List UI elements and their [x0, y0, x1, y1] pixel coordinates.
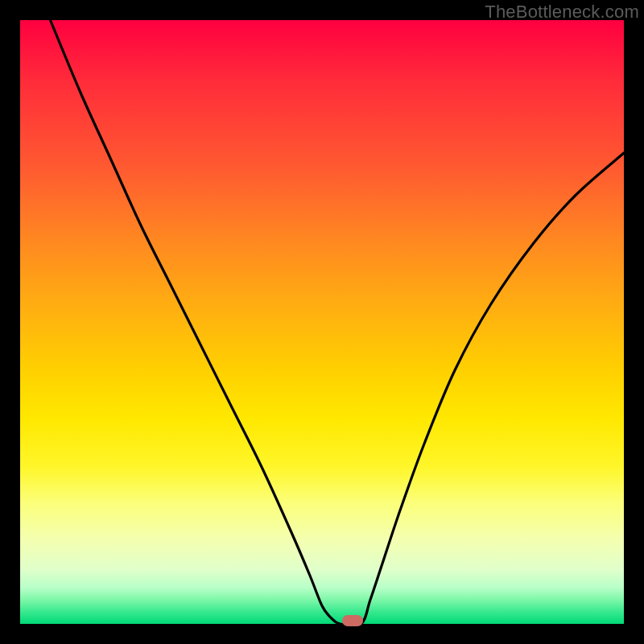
- watermark-text: TheBottleneck.com: [485, 2, 639, 23]
- bottleneck-curve: [20, 20, 624, 624]
- optimum-marker: [342, 615, 363, 626]
- plot-area: [20, 20, 624, 624]
- chart-frame: TheBottleneck.com: [0, 0, 644, 644]
